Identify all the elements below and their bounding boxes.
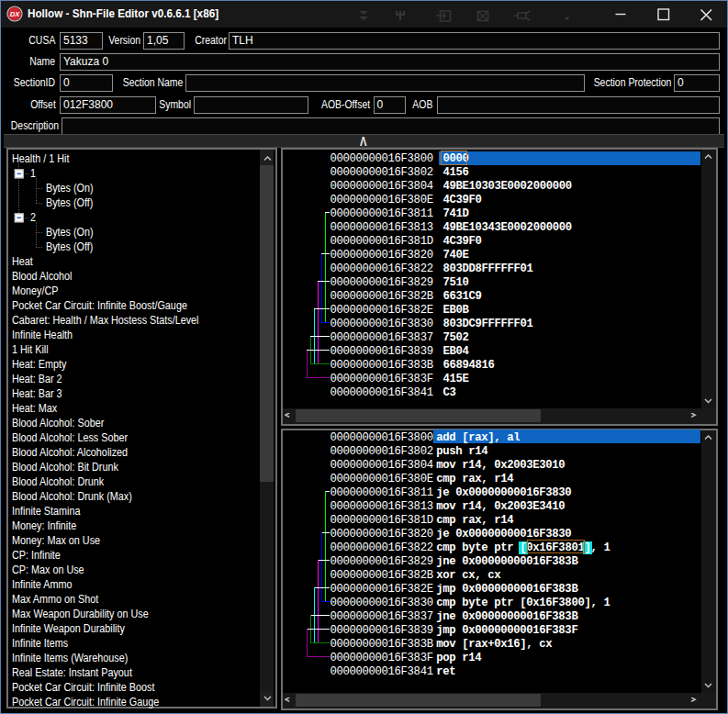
svg-text:DX: DX xyxy=(9,9,19,17)
